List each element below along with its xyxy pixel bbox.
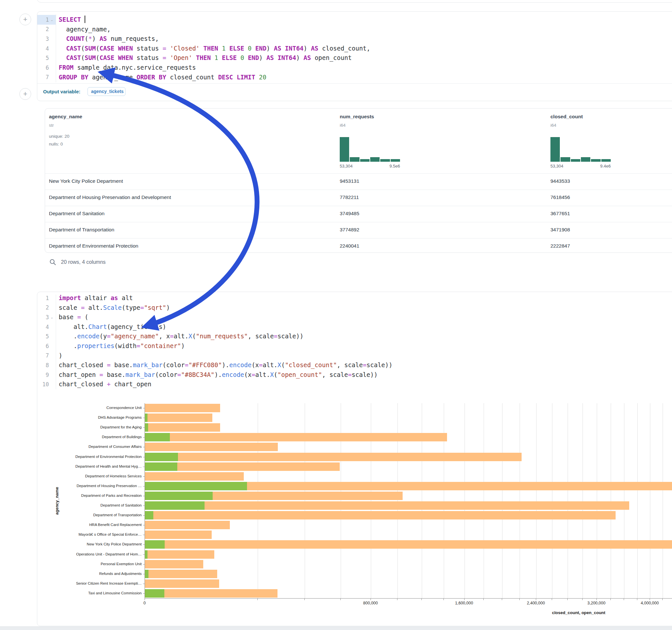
collapse-chevron-icon[interactable]: ⌄: [49, 18, 55, 22]
bar-closed_count: [145, 570, 217, 578]
y-tick: [143, 457, 145, 457]
y-tick: [143, 408, 145, 408]
histogram-bar: [360, 159, 369, 162]
code-line: 2scale = alt.Scale(type="sqrt"): [37, 303, 672, 313]
bar-closed_count: [145, 511, 616, 519]
table-cell: 9443533: [550, 178, 570, 184]
column-type-agency-name: str: [49, 123, 54, 128]
table-cell: 3677651: [550, 211, 570, 217]
bar-closed_count: [145, 550, 214, 559]
python-editor[interactable]: 1import altair as alt2scale = alt.Scale(…: [37, 293, 672, 389]
histogram-bar: [571, 159, 580, 162]
search-icon[interactable]: [49, 259, 56, 266]
line-number: 5: [37, 55, 49, 61]
x-tick: [443, 599, 444, 600]
bar-open_count: [145, 501, 205, 510]
histogram-min-label: 53,304: [550, 164, 563, 169]
line-number: 6: [37, 65, 49, 71]
gridline: [536, 403, 536, 598]
bar-open_count: [145, 433, 170, 441]
line-number: 4: [37, 324, 49, 330]
histogram-max-label: 9.4e6: [581, 164, 611, 169]
table-row[interactable]: Department of Housing Preservation and D…: [45, 190, 672, 206]
x-tick: [582, 599, 582, 600]
bar-closed_count: [145, 404, 220, 412]
y-tick: [143, 574, 145, 574]
gridline: [398, 403, 398, 598]
y-tick: [143, 486, 145, 486]
gridline: [611, 403, 611, 598]
gridline: [663, 403, 663, 598]
column-header-num-requests[interactable]: num_requests: [340, 114, 374, 120]
histogram-max-label: 9.5e6: [371, 164, 400, 169]
y-tick: [143, 467, 145, 467]
histogram-bar: [581, 157, 590, 162]
table-cell: Department of Transportation: [49, 227, 115, 233]
table-row[interactable]: Department of Sanitation37494853677651: [45, 206, 672, 222]
table-footer: 20 rows, 4 columns: [49, 259, 106, 266]
y-tick: [143, 447, 145, 447]
histogram-bar: [340, 137, 349, 162]
x-tick: [370, 599, 371, 600]
table-cell: Department of Sanitation: [49, 211, 104, 217]
line-number: 7: [37, 74, 49, 80]
add-cell-button-top[interactable]: +: [20, 14, 31, 25]
column-header-agency-name[interactable]: agency_name: [49, 114, 82, 120]
gridline: [484, 403, 484, 598]
table-row[interactable]: Department of Environmental Protection22…: [45, 238, 672, 255]
table-cell: 9453131: [340, 178, 359, 184]
bar-closed_count: [145, 433, 447, 441]
table-row[interactable]: Department of Transportation377489234719…: [45, 222, 672, 238]
table-cell: 3471908: [550, 227, 570, 233]
x-tick: [340, 599, 341, 600]
bar-closed_count: [145, 423, 220, 432]
sql-editor[interactable]: 1⌄SELECT 2 agency_name,3 COUNT(*) AS num…: [37, 15, 672, 82]
x-tick: [536, 599, 536, 600]
bar-open_count: [145, 482, 247, 490]
line-number: 1: [37, 17, 49, 23]
y-tick: [143, 555, 145, 555]
table-cell: New York City Police Department: [49, 178, 123, 184]
line-number: 1: [37, 295, 49, 301]
table-cell: 3774892: [340, 227, 359, 233]
gridline: [568, 403, 568, 598]
collapse-chevron-icon[interactable]: ⌄: [49, 315, 55, 319]
code-line: 2 agency_name,: [37, 25, 672, 34]
y-tick-label: Department of Consumer Affairs: [44, 445, 142, 449]
y-tick: [143, 418, 145, 418]
histogram-bar: [391, 159, 400, 162]
x-tick: [304, 599, 305, 600]
x-tick: [422, 599, 422, 600]
page-bottom-strip: [0, 626, 672, 630]
table-cell: 2222847: [550, 243, 570, 249]
histogram-bar: [380, 159, 390, 162]
y-tick: [143, 437, 145, 437]
x-tick: [597, 599, 597, 600]
result-table-card: agency_name str unique: 20 nulls: 0 num_…: [45, 108, 672, 253]
column-stat-unique: unique: 20: [49, 134, 69, 139]
gridline: [502, 403, 502, 598]
x-tick: [464, 599, 464, 600]
bar-open_count: [145, 423, 148, 432]
x-tick-label: 1,600,000: [445, 601, 484, 605]
x-tick: [637, 599, 637, 600]
table-cell: Department of Environmental Protection: [49, 243, 138, 249]
table-row[interactable]: New York City Police Department945313194…: [45, 173, 672, 190]
bar-closed_count: [145, 540, 672, 549]
bar-open_count: [145, 492, 213, 500]
code-line: 8chart_closed = base.mark_bar(color="#FF…: [37, 360, 672, 370]
bar-open_count: [145, 550, 147, 559]
gridline: [422, 403, 422, 598]
row-count-label: 20 rows, 4 columns: [61, 259, 106, 265]
line-number: 6: [37, 343, 49, 349]
gridline: [341, 403, 341, 598]
output-variable-input[interactable]: agency_tickets: [88, 87, 125, 96]
code-line: 5 CAST(SUM(CASE WHEN status = 'Open' THE…: [37, 53, 672, 63]
column-header-closed-count[interactable]: closed_count: [550, 114, 583, 120]
code-line: 6 .properties(width="container"): [37, 341, 672, 351]
histogram-bar: [350, 157, 359, 162]
code-line: 1⌄SELECT: [37, 15, 672, 25]
add-cell-button-output[interactable]: +: [20, 88, 31, 100]
x-tick: [397, 599, 398, 600]
code-line: 7): [37, 351, 672, 361]
